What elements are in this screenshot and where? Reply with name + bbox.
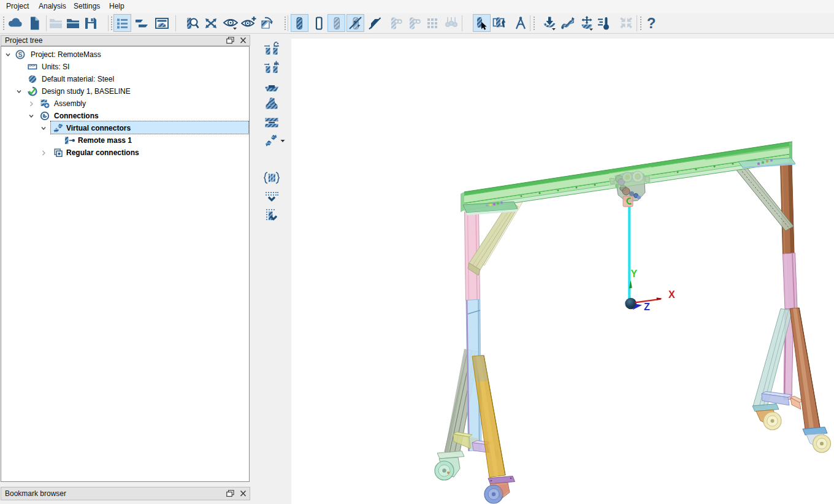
svg-text:Y: Y <box>631 269 638 279</box>
svg-text:?: ? <box>647 15 656 31</box>
svg-text:Z: Z <box>644 302 650 312</box>
svg-text:S: S <box>18 51 22 58</box>
svg-text:X: X <box>668 289 675 300</box>
